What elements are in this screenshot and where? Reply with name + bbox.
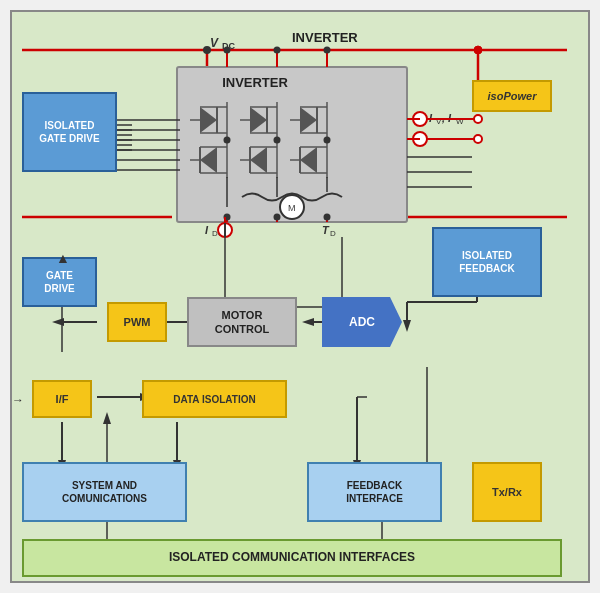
isolated-gate-drive-label: ISOLATED GATE DRIVE <box>39 119 99 145</box>
svg-point-83 <box>274 214 281 221</box>
svg-marker-114 <box>302 318 314 326</box>
isolated-gate-drive-box: ISOLATED GATE DRIVE <box>22 92 117 172</box>
svg-text:T: T <box>322 224 330 236</box>
svg-text:D: D <box>330 229 336 238</box>
motor-control-box: MOTOR CONTROL <box>187 297 297 347</box>
if-box: I/F <box>32 380 92 418</box>
svg-point-76 <box>224 47 231 54</box>
svg-marker-118 <box>403 320 411 332</box>
arrow-up-left: ▲ <box>56 250 70 266</box>
svg-point-50 <box>324 137 331 144</box>
data-isolation-box: DATA ISOLATION <box>142 380 287 418</box>
data-isolation-label: DATA ISOLATION <box>173 393 255 406</box>
if-label: I/F <box>56 392 69 406</box>
system-comm-box: SYSTEM AND COMUNICATIONS <box>22 462 187 522</box>
feedback-interface-box: FEEDBACK INTERFACE <box>307 462 442 522</box>
motor-control-label: MOTOR CONTROL <box>215 308 269 337</box>
svg-text:V: V <box>210 36 219 50</box>
system-comm-label: SYSTEM AND COMUNICATIONS <box>62 479 147 505</box>
svg-point-84 <box>324 214 331 221</box>
iso-power-label: isoPower <box>488 89 537 103</box>
iso-comm-label: ISOLATED COMMUNICATION INTERFACES <box>169 550 415 566</box>
svg-marker-132 <box>103 412 111 424</box>
svg-point-48 <box>224 137 231 144</box>
svg-point-78 <box>324 47 331 54</box>
svg-point-77 <box>274 47 281 54</box>
iso-comm-box: ISOLATED COMMUNICATION INTERFACES <box>22 539 562 577</box>
feedback-interface-label: FEEDBACK INTERFACE <box>346 479 403 505</box>
inverter-label: INVERTER <box>292 30 358 45</box>
svg-text:INVERTER: INVERTER <box>222 75 288 90</box>
svg-text:M: M <box>288 203 296 213</box>
svg-point-71 <box>474 115 482 123</box>
main-diagram: V DC INVERTER <box>10 10 590 583</box>
svg-text:I: I <box>205 224 209 236</box>
adc-box: ADC <box>322 297 402 347</box>
svg-point-49 <box>274 137 281 144</box>
isolated-feedback-label: ISOLATED FEEDBACK <box>459 249 515 275</box>
gate-drive-label: GATE DRIVE <box>44 269 75 295</box>
svg-point-8 <box>474 46 482 54</box>
isolated-feedback-box: ISOLATED FEEDBACK <box>432 227 542 297</box>
iso-power-box: isoPower <box>472 80 552 112</box>
arrow-if-left: → <box>12 393 24 407</box>
tx-rx-box: Tx/Rx <box>472 462 542 522</box>
pwm-label: PWM <box>124 315 151 329</box>
tx-rx-label: Tx/Rx <box>492 485 522 499</box>
svg-point-72 <box>474 135 482 143</box>
adc-label: ADC <box>349 315 375 329</box>
pwm-box: PWM <box>107 302 167 342</box>
